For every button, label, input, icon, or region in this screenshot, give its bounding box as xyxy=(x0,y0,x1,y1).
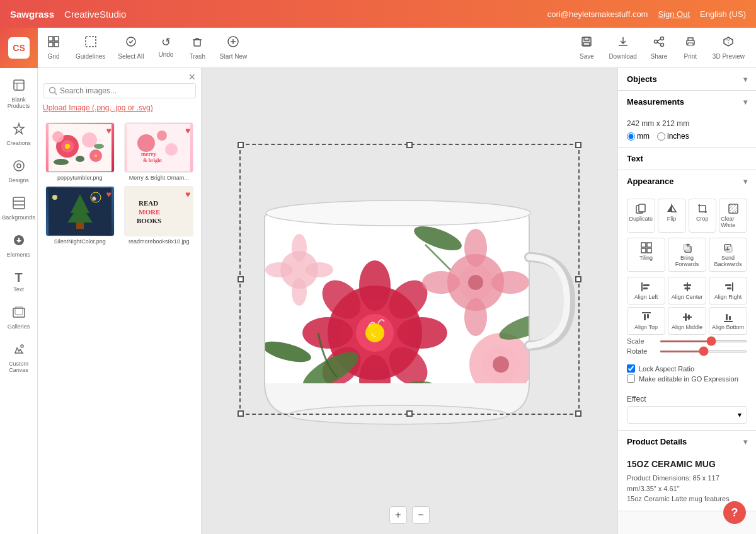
print-button[interactable]: Print xyxy=(675,32,706,64)
3d-preview-label: 3D Preview xyxy=(713,53,745,60)
undo-icon: ↺ xyxy=(161,35,171,49)
svg-point-16 xyxy=(654,40,657,44)
appearance-header[interactable]: Appearance ▾ xyxy=(618,170,756,192)
sidebar-item-custom-canvas[interactable]: Custom Canvas xyxy=(3,337,35,378)
crop-button[interactable]: Crop xyxy=(689,199,717,233)
tiling-label: Tiling xyxy=(639,255,653,261)
panel-close-button[interactable]: ✕ xyxy=(186,71,198,83)
send-backwards-button[interactable]: Send Backwards xyxy=(709,238,747,272)
align-bottom-button[interactable]: Align Bottom xyxy=(709,307,747,335)
list-item[interactable]: 🏠 ♥ SilentNightColor.png xyxy=(43,186,117,245)
sidebar-galleries-label: Galleries xyxy=(8,323,30,330)
align-top-button[interactable]: Align Top xyxy=(627,307,665,335)
mm-radio[interactable]: mm xyxy=(627,132,650,141)
flip-button[interactable]: Flip xyxy=(658,199,686,233)
help-button[interactable]: ? xyxy=(723,501,746,524)
clear-white-label: Clear White xyxy=(721,216,745,228)
svg-point-40 xyxy=(65,144,70,149)
list-item[interactable]: READ MORE BOOKS ♥ readmorebooks8x10.jpg xyxy=(122,186,197,245)
objects-header[interactable]: Objects ▾ xyxy=(618,68,756,90)
send-backwards-label: Send Backwards xyxy=(711,255,745,267)
svg-rect-147 xyxy=(685,313,687,321)
bring-forwards-label: Bring Forwards xyxy=(670,255,704,267)
selection-handle-mr[interactable] xyxy=(575,276,581,282)
select-all-label: Select All xyxy=(118,53,144,60)
canvas-selection[interactable] xyxy=(239,144,580,415)
zoom-out-button[interactable]: − xyxy=(412,506,430,524)
svg-rect-0 xyxy=(49,37,53,41)
3d-preview-button[interactable]: 3D Preview xyxy=(706,32,751,64)
align-right-button[interactable]: Align Right xyxy=(709,277,747,305)
search-input[interactable] xyxy=(60,86,190,95)
rotate-slider[interactable] xyxy=(660,351,747,352)
sign-out-link[interactable]: Sign Out xyxy=(658,9,690,19)
duplicate-button[interactable]: Duplicate xyxy=(627,199,655,233)
upload-link[interactable]: Upload Image (.png, .jpg or .svg) xyxy=(38,102,201,117)
selection-handle-bl[interactable] xyxy=(238,410,244,417)
sidebar-item-blank-products[interactable]: Blank Products xyxy=(3,73,35,114)
selection-handle-br[interactable] xyxy=(575,410,581,417)
canvas-area[interactable]: + − xyxy=(202,68,617,534)
guidelines-button[interactable]: Guidelines xyxy=(69,32,112,64)
align-center-button[interactable]: Align Center xyxy=(668,277,706,305)
sidebar-item-text[interactable]: T Text xyxy=(3,265,35,298)
align-right-icon xyxy=(723,281,734,293)
toolbar-right: Save Download Share Print 3D Preview xyxy=(571,32,751,64)
download-button[interactable]: Download xyxy=(602,32,643,64)
selection-handle-tm[interactable] xyxy=(406,142,413,148)
align-middle-button[interactable]: Align Middle xyxy=(668,307,706,335)
svg-line-18 xyxy=(657,39,660,41)
appearance-content: Duplicate Flip Crop Clear White xyxy=(618,192,756,430)
download-label: Download xyxy=(609,53,636,60)
product-details-header[interactable]: Product Details ▾ xyxy=(618,431,756,453)
share-button[interactable]: Share xyxy=(643,32,675,64)
product-details-section: Product Details ▾ 15OZ CERAMIC MUG Produ… xyxy=(618,431,756,511)
sidebar-item-galleries[interactable]: Galleries xyxy=(3,300,35,335)
measurements-section: Measurements ▾ 242 mm x 212 mm mm inches xyxy=(618,91,756,148)
guidelines-icon xyxy=(84,35,97,51)
appearance-row2: Tiling Bring Forwards Send Backwards xyxy=(627,238,747,272)
selection-handle-tr[interactable] xyxy=(575,142,581,148)
flip-icon xyxy=(666,203,677,214)
scale-slider[interactable] xyxy=(660,340,747,342)
align-top-icon xyxy=(641,311,652,323)
select-all-button[interactable]: Select All xyxy=(112,32,150,64)
selection-handle-bm[interactable] xyxy=(406,410,413,417)
sidebar-item-designs[interactable]: Designs xyxy=(3,154,35,189)
svg-rect-6 xyxy=(194,40,200,46)
svg-text:READ: READ xyxy=(139,199,158,207)
inches-radio[interactable]: inches xyxy=(657,132,689,141)
clear-white-button[interactable]: Clear White xyxy=(719,199,747,233)
effect-dropdown[interactable]: ▾ xyxy=(627,406,747,424)
brand-name: Sawgrass xyxy=(10,9,54,20)
save-button[interactable]: Save xyxy=(571,32,602,64)
image-thumb-poppy: ♥ xyxy=(45,122,115,173)
grid-button[interactable]: Grid xyxy=(38,32,69,64)
sidebar-item-creations[interactable]: Creations xyxy=(3,117,35,151)
trash-button[interactable]: Trash xyxy=(181,32,213,64)
language-selector[interactable]: English (US) xyxy=(700,9,746,19)
grid-icon xyxy=(47,35,60,51)
measurements-header[interactable]: Measurements ▾ xyxy=(618,91,756,113)
sidebar-item-elements[interactable]: Elements xyxy=(3,228,35,263)
inches-radio-input[interactable] xyxy=(657,132,665,141)
lock-aspect-checkbox[interactable] xyxy=(627,364,635,373)
zoom-in-button[interactable]: + xyxy=(389,506,407,524)
list-item[interactable]: ♥ poppytumbler.png xyxy=(43,122,117,181)
mm-radio-input[interactable] xyxy=(627,132,635,141)
selection-handle-tl[interactable] xyxy=(238,142,244,148)
svg-rect-120 xyxy=(641,243,646,247)
sidebar-item-backgrounds[interactable]: Backgrounds xyxy=(3,191,35,226)
text-header[interactable]: Text xyxy=(618,148,756,170)
svg-rect-105 xyxy=(639,204,645,212)
start-new-button[interactable]: Start New xyxy=(213,32,253,64)
list-item[interactable]: merry & bright ♥ Merry & Bright Ornam... xyxy=(122,122,197,181)
make-editable-checkbox[interactable] xyxy=(627,374,635,383)
selection-handle-ml[interactable] xyxy=(238,276,244,282)
tiling-button[interactable]: Tiling xyxy=(627,238,665,272)
undo-button[interactable]: ↺ Undo xyxy=(150,32,181,64)
merry-preview: merry & bright xyxy=(127,124,190,171)
align-left-button[interactable]: Align Left xyxy=(627,277,665,305)
objects-title: Objects xyxy=(627,74,657,84)
bring-forwards-button[interactable]: Bring Forwards xyxy=(668,238,706,272)
